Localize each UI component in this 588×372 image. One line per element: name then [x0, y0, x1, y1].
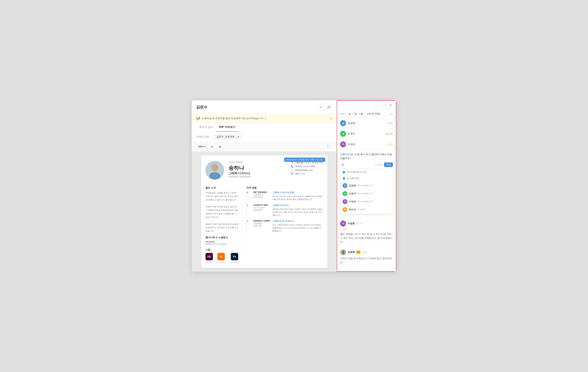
comment-time-0: 3일 전 — [356, 222, 362, 225]
social-title: 웹사이트 & 소셜링크 — [206, 236, 239, 239]
comment-entry-0: 이 이정호 3일 전 △ 보류 좋은 역량을 가지고 계신 분 같긴 하나 지금… — [337, 218, 396, 247]
work-entry-2: DOODLI* CORP 서울 특별시 2020-2021 그래픽 & UI 디… — [251, 220, 323, 232]
dropdown-item-kimyounghyun[interactable]: 김 김영현 하이어링 매니저 — [340, 182, 393, 190]
at-mention-button[interactable]: @ — [340, 162, 345, 167]
svg-point-3 — [211, 164, 218, 171]
copy-link-button[interactable]: 🔗 — [326, 104, 332, 110]
status-text-0: 승인 — [388, 122, 393, 125]
dropdown-item-sonhyunwoo[interactable]: 손 손현우 하이어링 매니저 — [340, 190, 393, 198]
triangle-count: 1 — [355, 112, 357, 115]
status-text-2: 보류 — [388, 143, 393, 146]
resume-name-en: HANA SONG — [229, 161, 287, 164]
reviewer-item-1: 손 손현우 리뷰 중 — [337, 129, 396, 139]
skills-title: 스킬 — [206, 248, 239, 251]
work-desc-1: 엔터테이먼트 관련 기업의 그래픽 디자이너로 합류하여 앨범에 관련 굿즈, … — [273, 208, 323, 217]
dropdown-item-choijiin[interactable]: 최 최지인 리크루터 — [340, 206, 393, 213]
tab-candidate-info[interactable]: 후보자 정보 — [196, 123, 216, 132]
reviewer-name-0: 김영현 — [348, 121, 355, 125]
ai-dots: ●●●●●●● — [216, 261, 226, 263]
comment-badge-1: 나 — [356, 251, 360, 254]
phone-icon: 📞 — [291, 165, 294, 168]
work-location-2: 서울 특별시 — [253, 222, 270, 225]
resume-photo-svg — [206, 161, 224, 180]
work-period-1: 2019-2020 — [253, 209, 270, 211]
reviewer-name-2: 이정호 — [348, 143, 355, 146]
notice-collapse-icon[interactable]: ∧ — [330, 117, 332, 120]
dropdown-avatar-2: 이 — [343, 199, 347, 204]
dropdown-name-1: 손현우 — [349, 192, 356, 195]
reviewer-avatar-0: 김 — [340, 120, 346, 126]
file-dropdown[interactable]: 김준수_프로덕트... ▾ — [214, 134, 241, 139]
greeting-badge: Greeting에서 제공한 예시 이력서 입니다. — [284, 158, 325, 162]
work-entry-1: LOGICA* ENT 경기도 성남시 2019-2020 그래픽 디자이너 엔… — [251, 204, 323, 217]
work-location-1: 경기도 성남시 — [253, 206, 270, 209]
x-count: 0 — [361, 112, 362, 115]
comment-header-1: 👤 김창현 나 3일 전 ⋮ — [340, 249, 393, 255]
status-icon-2: △ — [386, 143, 388, 146]
calendar-icon: 📅 — [291, 172, 294, 176]
reviewer-item-0: 김 김영현 ○ 승인 — [337, 118, 396, 129]
candidate-name: 김준수 — [196, 105, 207, 110]
work-row-0: DK* DESIGN 서울 특별시 2018-2019 그래픽 디자이너(인턴)… — [253, 191, 323, 201]
comment-time-1: 3일 전 — [362, 251, 368, 254]
dropdown-name-2: 이정호 — [349, 200, 356, 203]
triangle-icon: △ — [353, 112, 355, 115]
contact-phone: 📞+82)010-111111-0000 — [291, 165, 323, 168]
resume-contacts: 📍서울특별시 마포구 한국로 13-5 📞+82)010-111111-0000… — [291, 161, 323, 176]
dropdown-avatar-0: 김 — [343, 183, 347, 188]
hold-triangle-icon: △ — [340, 228, 342, 231]
work-left-2: DOODLI* CORP 서울 특별시 2020-2021 — [253, 220, 270, 232]
reviewer-avatar-1: 손 — [340, 131, 346, 137]
zoom-out-button[interactable]: ⊖ — [209, 143, 215, 150]
zoom-value: 100% — [198, 145, 204, 148]
next-button[interactable]: › — [381, 102, 387, 108]
resume-name-kr: 송하나 — [229, 164, 287, 171]
comment-hold-badge-0: △ 보류 — [340, 228, 393, 231]
dropdown-role-0: 하이어링 매니저 — [357, 184, 372, 187]
ps-icon: Ps — [231, 253, 238, 260]
work-left-1: LOGICA* ENT 경기도 성남시 2019-2020 — [253, 204, 270, 217]
comment-avatar-1: 👤 — [340, 249, 346, 255]
work-list: DK* DESIGN 서울 특별시 2018-2019 그래픽 디자이너(인턴)… — [246, 191, 323, 232]
skill-xd: XD ●●●●● — [206, 253, 213, 263]
comment-entry-1: 👤 김창현 나 3일 전 ⋮ 이력서 파일 추가되었으니 리뷰에 참고 부탁드려… — [337, 247, 396, 267]
work-company-1: LOGICA* ENT — [253, 204, 270, 206]
contact-birthday: 📅1995. 9. 27 — [291, 172, 323, 176]
email-icon: ✉ — [291, 168, 294, 172]
zoom-selector[interactable]: 100% ▾ — [196, 145, 207, 149]
work-right-2: 그래픽 & UI 디자이너 단순 그래픽작업에서 벗어나 부분적으로 GUI 디… — [273, 220, 323, 232]
group-icon-hiring: 👥 — [343, 171, 345, 173]
comment-more-button-1[interactable]: ⋮ — [389, 250, 393, 254]
work-title-1: 그래픽 디자이너 — [273, 204, 323, 207]
group-icon-recruiter: 👤 — [343, 177, 345, 180]
group-label-hiring: 하이어링 매니저 (3) — [347, 171, 366, 174]
reviewer-item-2: 이 이정호 △ 보류 — [337, 139, 396, 150]
reviewer-status-0: ○ 승인 — [386, 122, 393, 125]
prev-button[interactable]: ‹ — [375, 102, 380, 108]
work-company-2: DOODLI* CORP — [253, 220, 270, 222]
contact-email: ✉sales@doodlin.co.kr — [291, 168, 323, 172]
dropdown-group-recruiter[interactable]: 👤 리크루터 (9) — [340, 175, 393, 182]
pdf-content: Greeting에서 제공한 예시 이력서 입니다. — [192, 152, 336, 271]
reviewer-status-1: 리뷰 중 — [386, 132, 393, 135]
save-comment-button[interactable]: 저장 — [384, 162, 393, 167]
tab-pdf-preview[interactable]: PDF 미리보기 — [216, 123, 238, 132]
result-x: × 0 — [359, 112, 362, 115]
result-collapse-button[interactable]: ∧ — [391, 112, 393, 116]
dropdown-avatar-1: 손 — [343, 191, 347, 196]
dropdown-group-hiring-manager[interactable]: 👥 하이어링 매니저 (3) — [340, 169, 393, 175]
dropdown-avatar-3: 최 — [343, 207, 347, 212]
fullscreen-button[interactable]: ⛶ — [326, 143, 332, 150]
review-status: 리뷰 중 2/3명 — [367, 112, 380, 115]
zoom-in-button[interactable]: ⊕ — [217, 143, 223, 150]
notice-banner: 📢 리뷰하실 때 코멘트를 함께 작성해주시면 감사하겠습니다. :) ∧ — [192, 114, 336, 123]
resume-card: Greeting에서 제공한 예시 이력서 입니다. — [201, 155, 327, 268]
dropdown-item-leejungho[interactable]: 이 이정호 하이어링 매니저 — [340, 198, 393, 206]
close-button[interactable]: ✕ — [388, 102, 393, 108]
external-link-button[interactable]: ↗ — [317, 104, 324, 110]
work-title-0: 그래픽 디자이너(인턴) — [273, 191, 323, 194]
pdf-toolbar: 100% ▾ ⊖ ⊕ ⛶ — [192, 142, 336, 152]
resume-title-en: GRAPHIC DESIGNER — [229, 175, 287, 178]
dropdown-role-2: 하이어링 매니저 — [357, 200, 372, 203]
resume-right-col: 직무 경험 DK* DESIGN 서울 특별시 2018-2019 — [243, 183, 323, 263]
